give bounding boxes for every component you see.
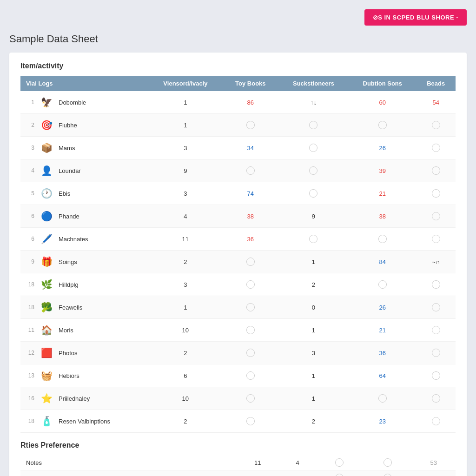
pref-col2: 7 [236, 470, 280, 476]
col-suckstioneers: 9 [278, 205, 349, 228]
item-icon: 🟥 [39, 345, 54, 360]
table-row: 4👤Loundar939 [20, 159, 456, 182]
item-name: Loundar [59, 167, 81, 174]
pref-label: Notes [20, 455, 236, 470]
item-name: Resen Valbinptions [59, 418, 110, 425]
col-toy-books [223, 319, 278, 342]
page-title: Sample Data Sheet [9, 33, 467, 45]
col-dubtion-sons: 60 [349, 91, 416, 114]
table-row: 16⭐Priilednaley101 [20, 387, 456, 410]
col-dubtion-sons [349, 387, 416, 410]
item-name: Feawells [59, 304, 82, 311]
item-name: Mams [59, 145, 75, 152]
col-dubtion-sons: 64 [349, 364, 416, 387]
row-number: 16 [26, 395, 34, 402]
top-action-button[interactable]: ⊘S IN SCPED BLU SHORE - [364, 9, 467, 26]
item-cell: 18🌿Hilldplg [20, 273, 148, 296]
col-toy-books [223, 159, 278, 182]
pref-table-row: Notes11453 [20, 455, 456, 470]
pref-col5 [364, 455, 411, 470]
main-card: Item/activity Vial Logs Vlensord/ivacly … [9, 53, 467, 476]
col-vlensord: 2 [148, 342, 223, 364]
col-beads [416, 228, 456, 251]
item-cell: 4👤Loundar [20, 159, 148, 182]
col-beads: ~∩ [416, 251, 456, 273]
col-vlensord: 1 [148, 296, 223, 319]
item-name: Photos [59, 350, 77, 357]
item-cell: 18🥦Feawells [20, 296, 148, 319]
item-icon: 📦 [39, 140, 54, 155]
item-cell: 16⭐Priilednaley [20, 387, 148, 410]
row-number: 6 [26, 236, 34, 242]
row-number: 1 [26, 99, 34, 106]
item-name: Machnates [59, 236, 88, 243]
col-beads [416, 159, 456, 182]
item-icon: 🕐 [39, 186, 54, 201]
col-toy-books: 38 [223, 205, 278, 228]
pref-col5 [364, 470, 411, 476]
col-vlensord: 11 [148, 228, 223, 251]
table-row: 12🟥Photos2336 [20, 342, 456, 364]
col-dubtion-sons: 21 [349, 319, 416, 342]
col-beads [416, 114, 456, 137]
col-toy-books: 34 [223, 137, 278, 159]
item-cell: 6🔵Phande [20, 205, 148, 228]
item-table: Vial Logs Vlensord/ivacly Toy Books Suck… [20, 76, 456, 433]
col-header-toy-books: Toy Books [223, 76, 278, 91]
col-beads [416, 319, 456, 342]
col-suckstioneers [278, 182, 349, 205]
pref-col6: 44 [411, 470, 456, 476]
col-toy-books [223, 387, 278, 410]
item-cell: 12🟥Photos [20, 342, 148, 364]
item-icon: 🌿 [39, 277, 54, 292]
row-number: 5 [26, 190, 34, 197]
col-suckstioneers [278, 137, 349, 159]
pref-col3: 4 [280, 455, 316, 470]
col-toy-books [223, 410, 278, 433]
col-vlensord: 9 [148, 159, 223, 182]
col-toy-books [223, 273, 278, 296]
col-toy-books: 74 [223, 182, 278, 205]
col-vlensord: 10 [148, 319, 223, 342]
col-beads [416, 410, 456, 433]
row-number: 6 [26, 213, 34, 219]
table-row: 2🎯Fiubhe1 [20, 114, 456, 137]
item-name: Hilldplg [59, 281, 79, 288]
col-header-suckstioneers: Suckstioneers [278, 76, 349, 91]
item-name: Fiubhe [59, 122, 77, 129]
col-suckstioneers [278, 159, 349, 182]
item-section-title: Item/activity [20, 62, 456, 70]
col-vlensord: 10 [148, 387, 223, 410]
col-dubtion-sons: 38 [349, 205, 416, 228]
item-icon: ⭐ [39, 391, 54, 406]
table-row: 3📦Mams33426 [20, 137, 456, 159]
col-suckstioneers: 2 [278, 410, 349, 433]
row-number: 12 [26, 350, 34, 356]
item-cell: 18🧴Resen Valbinptions [20, 410, 148, 433]
row-number: 11 [26, 327, 34, 333]
row-number: 13 [26, 372, 34, 379]
col-suckstioneers: 1 [278, 364, 349, 387]
col-beads [416, 182, 456, 205]
col-vlensord: 3 [148, 182, 223, 205]
item-icon: 🧴 [39, 414, 54, 429]
col-vlensord: 6 [148, 364, 223, 387]
item-icon: 🎯 [39, 118, 54, 132]
col-suckstioneers: 3 [278, 342, 349, 364]
col-beads: 54 [416, 91, 456, 114]
col-vlensord: 1 [148, 114, 223, 137]
item-cell: 5🕐Ebis [20, 182, 148, 205]
pref-table-row: Usiting7444 [20, 470, 456, 476]
pref-col2: 11 [236, 455, 280, 470]
col-dubtion-sons: 23 [349, 410, 416, 433]
col-suckstioneers: 1 [278, 319, 349, 342]
col-header-dubtion-sons: Dubtion Sons [349, 76, 416, 91]
table-row: 18🌿Hilldplg32 [20, 273, 456, 296]
col-toy-books [223, 342, 278, 364]
row-number: 3 [26, 145, 34, 151]
col-vlensord: 3 [148, 273, 223, 296]
row-number: 18 [26, 418, 34, 424]
pref-col6: 53 [411, 455, 456, 470]
col-toy-books: 86 [223, 91, 278, 114]
row-number: 2 [26, 122, 34, 128]
